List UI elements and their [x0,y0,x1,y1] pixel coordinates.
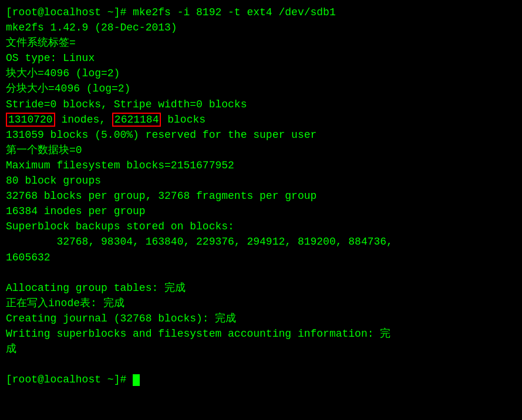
line-firstblock: 第一个数据块=0 [6,143,516,158]
line-allocating: Allocating group tables: 完成 [6,280,516,296]
inodes-highlight: 1310720 [6,113,55,127]
inodes-label: inodes, [55,114,112,126]
line-inodesblocks: 1310720 inodes, 2621184 blocks [6,112,516,127]
line-journal: Creating journal (32768 blocks): 完成 [6,311,516,326]
line-superblock: Superblock backups stored on blocks: [6,219,516,234]
blocks-highlight: 2621184 [112,113,161,127]
empty-line-2 [6,357,516,372]
line-blockgroups: 80 block groups [6,173,516,188]
line-bpg: 32768 blocks per group, 32768 fragments … [6,188,516,204]
line-backups1: 32768, 98304, 163840, 229376, 294912, 81… [6,234,516,249]
line-cmd: [root@localhost ~]# mke2fs -i 8192 -t ex… [6,5,516,20]
line-ipg: 16384 inodes per group [6,204,516,219]
line-ostype: OS type: Linux [6,50,516,66]
blocks-label: blocks [161,114,206,126]
line-fragsize: 分块大小=4096 (log=2) [6,81,516,96]
line-label: 文件系统标签= [6,35,516,50]
line-writeinode: 正在写入inode表: 完成 [6,296,516,311]
line-ver: mke2fs 1.42.9 (28-Dec-2013) [6,20,516,35]
line-writing: Writing superblocks and filesystem accou… [6,326,516,341]
line-stride: Stride=0 blocks, Stripe width=0 blocks [6,97,516,112]
line-backups2: 1605632 [6,250,516,265]
prompt-text: [root@localhost ~]# [6,374,133,385]
terminal-window: [root@localhost ~]# mke2fs -i 8192 -t ex… [6,5,516,415]
line-prompt: [root@localhost ~]# [6,372,516,387]
cursor-block [133,374,140,386]
line-maxfs: Maximum filesystem blocks=2151677952 [6,158,516,173]
empty-line-1 [6,265,516,280]
line-cheng: 成 [6,341,516,357]
line-blocksize: 块大小=4096 (log=2) [6,66,516,81]
line-reserved: 131059 blocks (5.00%) reserved for the s… [6,127,516,143]
